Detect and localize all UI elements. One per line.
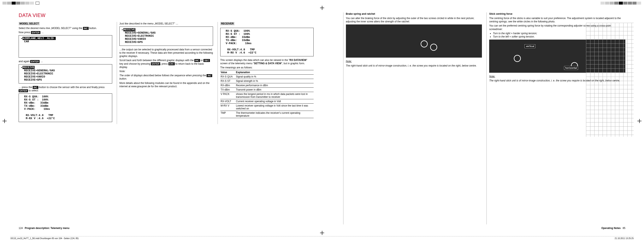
lcd-model-type: ▸AIRPLANE,HELI.,GLID. CAR — [19, 35, 112, 58]
th-explanation: Explanation — [236, 70, 314, 75]
key-enter: ENTER — [151, 62, 160, 65]
page-number: 124 — [19, 227, 23, 229]
heading-model-select: MODEL SELECT — [19, 22, 40, 25]
imposition-timestamp: 21.10.2011 13:25:25 — [614, 237, 634, 239]
body-text: Scroll back and forth between the differ… — [120, 59, 213, 69]
table-row: RX-S STSignal strength in % — [220, 79, 314, 83]
body-text: …the output can be selected to graphical… — [120, 48, 213, 58]
footer-left: 124 Program description: Telemetry menu — [19, 227, 70, 229]
col-model-select: MODEL SELECT Select the desired menu lin… — [19, 22, 112, 124]
heading-receiver: RECEIVER — [220, 22, 234, 25]
th-value: Value — [220, 70, 236, 75]
footer-title: Operating Notes — [601, 227, 620, 229]
note-label: Note: — [489, 75, 495, 78]
key-inc: INC — [83, 27, 88, 30]
registration-cross-bottom — [320, 231, 324, 235]
note-body: The order of displays described below fo… — [120, 74, 213, 80]
key-dec: DEC — [204, 59, 210, 62]
table-row: RX-dBmReceive performance in dBm — [220, 83, 314, 88]
body-text: Just like described in the menu „MODEL S… — [120, 22, 213, 25]
registration-cross-right — [638, 119, 642, 123]
footer-title: Program description: Telemetry menu — [25, 227, 69, 229]
table-row: RX-VOLTCurrent receiver operating voltag… — [220, 99, 314, 104]
key-enter: ENTER — [19, 89, 28, 92]
registration-swatches-left — [2, 2, 39, 5]
table-row: RX-S QUASignal quality in % — [220, 75, 314, 79]
registration-swatches-right — [600, 2, 642, 5]
body-text: … press the INC-button to choose the sen… — [19, 86, 112, 92]
registration-cross-left — [2, 119, 6, 123]
page-number: 85 — [623, 227, 625, 229]
table-row: TX-dBmTransmit power in dBm — [220, 88, 314, 92]
key-inc: INC — [33, 86, 38, 89]
body-text: The meanings are as follows: — [220, 66, 314, 69]
note-body: The right-hand stick unit is of mirror-i… — [346, 64, 482, 67]
body-text: Now press ENTER … — [19, 31, 112, 34]
note-label: Note: — [120, 70, 126, 73]
lcd-receive-list-b: ▸RECEIVE RECEIVE+GENERAL/GAS RECEIVE+ELE… — [120, 27, 213, 46]
footer-right: Operating Notes 85 — [600, 227, 625, 229]
key-enter: ENTER — [30, 60, 40, 63]
body-text: and again ENTER … — [19, 60, 112, 63]
key-inc: INC — [194, 59, 200, 62]
registration-cross-top — [320, 6, 324, 10]
receiver-values-table: ValueExplanation RX-S QUASignal quality … — [220, 70, 314, 118]
note-label: Note: — [346, 60, 352, 63]
key-esc: ESC — [168, 62, 175, 65]
table-row: TMPThe thermometer indicates the receive… — [220, 111, 314, 118]
photo-tag-vertical: vertical — [524, 44, 535, 48]
imposition-line: 33110_mx10_HoTT_1_DE.indd Druckbogen 85 … — [10, 236, 634, 239]
body-text: This screen displays the data which can … — [220, 58, 314, 65]
photo-brake-spring — [346, 25, 482, 58]
body-text: The centring force of the sticks is also… — [489, 17, 625, 23]
page-left: DATA VIEW MODEL SELECT Select the desire… — [10, 13, 322, 229]
lcd-receive-list-a: ▸RECEIVE RECEIVE+GENERAL/GAS RECEIVE+ELE… — [19, 64, 112, 84]
col-receiver: RECEIVER RX-S QUA: 100% RX-S ST : 100% R… — [218, 22, 314, 124]
lcd-rx-values-c: RX-S QUA: 100% RX-S ST : 100% RX-dBm: 33… — [220, 28, 314, 56]
heading-stick-centring: Stick centring force — [489, 13, 625, 15]
lcd-rx-values-a: RX-S QUA: 100% RX-S ST : 100% RX-dBm: 33… — [19, 93, 112, 122]
heading-brake-spring: Brake spring and ratchet — [346, 13, 482, 15]
body-text: Select the desired menu line „MODEL SELE… — [19, 27, 112, 30]
page-title: DATA VIEW — [19, 13, 314, 18]
graph-paper-margin — [586, 23, 634, 137]
body-text: You can alter the braking force of the s… — [346, 17, 482, 23]
col-output-select: Just like described in the menu „MODEL S… — [117, 22, 213, 124]
photo-tag-horizontal: horizontal — [564, 66, 578, 70]
table-row: V PACKshows the longest period in ms in … — [220, 92, 314, 99]
key-enter: ENTER — [31, 31, 40, 34]
imposition-file: 33110_mx10_HoTT_1_DE.indd Druckbogen 85 … — [10, 237, 79, 239]
table-row: M-RX VLowest receiver operating voltage … — [220, 104, 314, 111]
col-brake-spring: Brake spring and ratchet You can alter t… — [343, 13, 482, 224]
body-text: More details about the following modules… — [120, 81, 213, 88]
page-right: Brake spring and ratchet You can alter t… — [322, 13, 634, 229]
key-inc: INC — [206, 74, 212, 77]
